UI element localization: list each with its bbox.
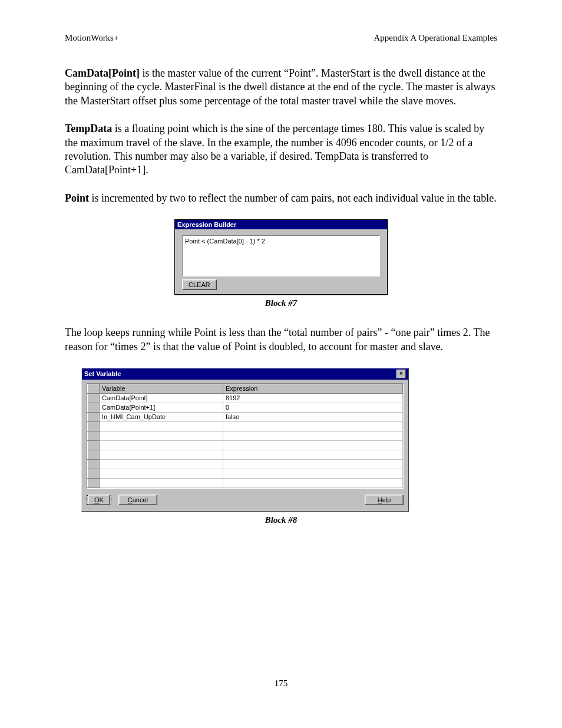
- expression-input[interactable]: Point < (CamData[0] - 1) * 2: [182, 235, 380, 276]
- cell-variable[interactable]: In_HMI_Cam_UpDate: [100, 412, 223, 421]
- caption-block-8: Block #8: [65, 515, 497, 525]
- table-row: [88, 431, 403, 440]
- row-handle[interactable]: [88, 478, 100, 487]
- table-row: [88, 459, 403, 469]
- cell-expression[interactable]: false: [223, 412, 403, 421]
- caption-block-7: Block #7: [65, 298, 497, 308]
- grid-header-row: Variable Expression: [88, 384, 403, 393]
- col-variable[interactable]: Variable: [100, 384, 223, 393]
- set-variable-dialog: Set Variable × Variable Expression Cam: [81, 368, 409, 512]
- ok-button-focus: OK: [87, 495, 111, 505]
- paragraph-camdata: CamData[Point] is the master value of th…: [65, 67, 497, 108]
- grid-corner: [88, 384, 100, 393]
- table-row: [88, 450, 403, 459]
- row-handle[interactable]: [88, 440, 100, 450]
- paragraph-loop: The loop keeps running while Point is le…: [65, 326, 497, 354]
- cell-expression[interactable]: [223, 459, 403, 469]
- header-right: Appendix A Operational Examples: [373, 33, 497, 43]
- term-point: Point: [65, 192, 89, 204]
- cell-expression[interactable]: [223, 469, 403, 478]
- paragraph-tempdata: TempData is a floating point which is th…: [65, 122, 497, 177]
- term-tempdata: TempData: [65, 123, 112, 134]
- page-header: MotionWorks+ Appendix A Operational Exam…: [65, 33, 497, 43]
- row-handle[interactable]: [88, 412, 100, 421]
- row-handle[interactable]: [88, 450, 100, 459]
- cell-expression[interactable]: [223, 478, 403, 487]
- cell-variable[interactable]: [100, 450, 223, 459]
- table-row: In_HMI_Cam_UpDate false: [88, 412, 403, 421]
- cell-expression[interactable]: [223, 440, 403, 450]
- table-row: CamData[Point] 8192: [88, 393, 403, 403]
- term-camdata: CamData[Point]: [65, 67, 140, 79]
- table-row: [88, 478, 403, 487]
- row-handle[interactable]: [88, 431, 100, 440]
- cell-expression[interactable]: 0: [223, 403, 403, 412]
- expression-builder-dialog: Expression Builder Point < (CamData[0] -…: [174, 219, 388, 295]
- help-button[interactable]: Help: [365, 495, 404, 505]
- ok-label-rest: K: [100, 496, 104, 503]
- cell-expression[interactable]: [223, 431, 403, 440]
- set-variable-title: Set Variable: [84, 370, 121, 377]
- cell-variable[interactable]: CamData[Point+1]: [100, 403, 223, 412]
- row-handle[interactable]: [88, 459, 100, 469]
- cell-expression[interactable]: [223, 450, 403, 459]
- cell-variable[interactable]: [100, 478, 223, 487]
- table-row: [88, 440, 403, 450]
- cell-variable[interactable]: [100, 440, 223, 450]
- cell-expression[interactable]: [223, 421, 403, 431]
- para2-text: is a floating point which is the sine of…: [65, 123, 484, 176]
- row-handle[interactable]: [88, 421, 100, 431]
- table-row: [88, 421, 403, 431]
- para3-text: is incremented by two to reflect the num…: [89, 192, 497, 204]
- cell-variable[interactable]: CamData[Point]: [100, 393, 223, 403]
- set-variable-titlebar: Set Variable ×: [82, 368, 408, 380]
- table-row: [88, 469, 403, 478]
- cell-expression[interactable]: 8192: [223, 393, 403, 403]
- header-left: MotionWorks+: [65, 33, 118, 43]
- cell-variable[interactable]: [100, 469, 223, 478]
- cell-variable[interactable]: [100, 431, 223, 440]
- row-handle[interactable]: [88, 403, 100, 412]
- cancel-button[interactable]: Cancel: [118, 495, 157, 505]
- ok-button[interactable]: OK: [88, 495, 110, 505]
- close-icon[interactable]: ×: [396, 370, 406, 378]
- col-expression[interactable]: Expression: [223, 384, 403, 393]
- row-handle[interactable]: [88, 469, 100, 478]
- clear-button[interactable]: CLEAR: [182, 279, 217, 290]
- cell-variable[interactable]: [100, 421, 223, 431]
- page-number: 175: [65, 678, 497, 689]
- expression-builder-title: Expression Builder: [177, 221, 236, 228]
- set-variable-grid: Variable Expression CamData[Point] 8192 …: [87, 383, 404, 489]
- table-row: CamData[Point+1] 0: [88, 403, 403, 412]
- paragraph-point: Point is incremented by two to reflect t…: [65, 192, 497, 205]
- row-handle[interactable]: [88, 393, 100, 403]
- expression-builder-titlebar: Expression Builder: [175, 220, 387, 229]
- cell-variable[interactable]: [100, 459, 223, 469]
